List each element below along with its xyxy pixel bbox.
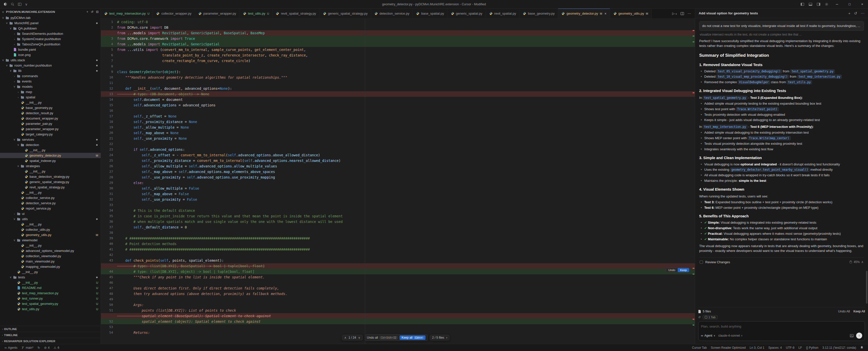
- code-line[interactable]: 36 # when multiple spatials match and us…: [101, 219, 695, 224]
- tree-item-target_category.py[interactable]: target_category.py: [0, 132, 101, 137]
- tree-item-spatial[interactable]: ›spatial: [0, 95, 101, 100]
- code-line[interactable]: 19 self._allow_multiple = None: [101, 125, 695, 130]
- next-diff-button[interactable]: ∨: [358, 336, 360, 340]
- close-button[interactable]: ×: [857, 0, 868, 8]
- status-3-12-11-test212-conda-[interactable]: 3.12.11 ('test212': conda): [820, 344, 858, 351]
- refresh-icon[interactable]: ↺: [91, 10, 93, 13]
- tab-geometry_detector.py[interactable]: geometry_detector.pyM×: [558, 8, 610, 19]
- tab-collector_wrapper.py[interactable]: collector_wrapper.py: [153, 8, 195, 19]
- tree-item-base_geometry.py[interactable]: base_geometry.py: [0, 105, 101, 110]
- tree-item-room_number.pushbutton[interactable]: ∨room_number.pushbutton: [0, 63, 101, 68]
- chevron-down-icon[interactable]: ∨: [25, 2, 28, 6]
- tree-item-ui[interactable]: ›ui: [0, 211, 101, 216]
- search-icon[interactable]: [11, 2, 14, 6]
- undo-all-files-button[interactable]: Undo All: [838, 310, 850, 313]
- tree-item-models[interactable]: ∨models: [0, 84, 101, 89]
- tree-item-QA.pulldown[interactable]: ∨QA.pulldown: [0, 26, 101, 31]
- tab-test_mep_intersection.py[interactable]: test_mep_intersection.pyU: [101, 8, 153, 19]
- code-line[interactable]: 49: [101, 296, 695, 302]
- tab-revit_spatial.py[interactable]: revit_spatial.py: [486, 8, 520, 19]
- tree-item-geometry_detector.py[interactable]: geometry_detector.pyM: [0, 153, 101, 158]
- chat-history-icon[interactable]: ↺: [854, 11, 857, 15]
- code-line[interactable]: 28 self._use_proximity = self.advanced_o…: [101, 174, 695, 180]
- chat-messages[interactable]: do not creat a new test for only visuali…: [695, 18, 868, 305]
- status-cursor-tab[interactable]: Cursor Tab: [690, 344, 709, 351]
- code-line[interactable]: 12 def __init__(self, document, advanced…: [101, 86, 695, 91]
- tree-item-test_utils.py[interactable]: test_utils.pyU: [0, 307, 101, 312]
- code-line[interactable]: 47 Uses direct detection first. Only if …: [101, 285, 695, 291]
- tree-item-base_detection_strategy.py[interactable]: base_detection_strategy.py: [0, 174, 101, 179]
- code-line[interactable]: 9class GeometryDetector(object):: [101, 69, 695, 75]
- code-line[interactable]: 5from ...utils import (convert_mm_to_int…: [101, 47, 695, 53]
- tree-item-TabooZoneQA.pushbutton[interactable]: ›TabooZoneQA.pushbutton: [0, 42, 101, 47]
- tree-item-collector_service.py[interactable]: collector_service.py: [0, 195, 101, 200]
- status-utf-8[interactable]: UTF-8: [784, 344, 796, 351]
- status-screen-reader-optimized[interactable]: Screen Reader Optimized: [709, 344, 748, 351]
- tree-item-services[interactable]: ∨services: [0, 137, 101, 142]
- tab-test_utils.py[interactable]: test_utils.pyU: [240, 8, 273, 19]
- toggle-sidebar-icon[interactable]: [799, 2, 806, 6]
- tab-geometry_utils.py[interactable]: geometry_utils.pyM: [610, 8, 652, 19]
- tree-item-test_runner.py[interactable]: test_runner.pyU: [0, 296, 101, 301]
- code-line[interactable]: 34 # This is the default distance: [101, 208, 695, 213]
- status-warn[interactable]: ⚠6: [52, 344, 61, 351]
- tree-item-collector_utils.py[interactable]: collector_utils.py: [0, 227, 101, 232]
- files-progress-pill[interactable]: 2 / 5 files ›: [430, 335, 450, 341]
- tree-item-__init__.py[interactable]: __init__.py: [0, 243, 101, 248]
- code-line[interactable]: 52 spatial_element (object): Spatial ele…: [101, 319, 695, 324]
- code-line[interactable]: 45 """Check if any point in the list is …: [101, 274, 695, 280]
- chevron-up-icon[interactable]: ∧: [861, 260, 864, 264]
- code-line[interactable]: 23 if self.advanced_options:: [101, 147, 695, 152]
- code-line[interactable]: 48 then try advanced options (above dete…: [101, 291, 695, 296]
- tree-item-generic_spatial_strategy.py[interactable]: generic_spatial_strategy.py: [0, 179, 101, 185]
- status-spaces-4[interactable]: Spaces: 4: [766, 344, 784, 351]
- tree-item-__init__.py[interactable]: __init__.pyU: [0, 280, 101, 285]
- tab-revit_spatial_strategy.py[interactable]: revit_spatial_strategy.py: [273, 8, 319, 19]
- tree-item-__init__.py[interactable]: __init__.py: [0, 269, 101, 275]
- tree-item-lib[interactable]: ∨lib: [0, 68, 101, 73]
- status-ln-3-col-1[interactable]: Ln 3, Col 1: [748, 344, 766, 351]
- context-tab-chip[interactable]: 1 Tab: [703, 315, 718, 319]
- code-line[interactable]: 8: [101, 64, 695, 69]
- tree-item-mep[interactable]: ›mep: [0, 89, 101, 95]
- status--python[interactable]: {} Python: [804, 344, 820, 351]
- code-line[interactable]: 16: [101, 108, 695, 114]
- code-line[interactable]: 33: [101, 202, 695, 208]
- tab-base_spatial.py[interactable]: base_spatial.py: [413, 8, 447, 19]
- code-line[interactable]: 6 translate_point_by_z, create_reference…: [101, 53, 695, 58]
- sidebar-section-resharper-solution-explorer[interactable]: ›RESHARPER SOLUTION EXPLORER: [0, 338, 101, 344]
- chat-scrollbar[interactable]: [866, 271, 868, 304]
- chat-more-icon[interactable]: ⋯: [861, 11, 865, 15]
- tree-item-mapping_viewmodel.py[interactable]: mapping_viewmodel.py: [0, 264, 101, 269]
- undo-all-button[interactable]: Undo all Ctrl+Shift+⌫: [367, 336, 397, 340]
- tree-item-README.md[interactable]: README.mdU: [0, 285, 101, 290]
- keep-all-files-button[interactable]: Keep All: [854, 310, 865, 313]
- code-line[interactable]: 50 Args:: [101, 302, 695, 308]
- new-file-icon[interactable]: +: [87, 10, 88, 13]
- tree-item-events[interactable]: ›events: [0, 79, 101, 84]
- tab-parameter_wrapper.py[interactable]: parameter_wrapper.py: [195, 8, 240, 19]
- tree-item-utils.stack[interactable]: ∨utils.stack: [0, 58, 101, 63]
- review-changes-checkbox[interactable]: [700, 260, 703, 264]
- code-line[interactable]: 20 self._map_above = None: [101, 130, 695, 136]
- code-line[interactable]: 35 # in case is_point_inside true return…: [101, 213, 695, 219]
- toggle-panel-icon[interactable]: [807, 2, 814, 6]
- code-line[interactable]: 38: [101, 230, 695, 235]
- more-actions-icon[interactable]: ⋯: [688, 11, 691, 15]
- tree-item-__init__.py[interactable]: __init__.py: [0, 169, 101, 174]
- sidebar-section-outline[interactable]: ›OUTLINE: [0, 326, 101, 332]
- tree-item-detection_service.py[interactable]: detection_service.py: [0, 200, 101, 206]
- tree-item-detection_result.py[interactable]: detection_result.py: [0, 110, 101, 116]
- overview-ruler[interactable]: [692, 19, 695, 344]
- tree-item-__init__.py[interactable]: __init__.py: [0, 148, 101, 153]
- code-line[interactable]: 18 self._proximity_distance = None: [101, 119, 695, 125]
- model-selector[interactable]: claude-4-sonnet ∨: [718, 334, 743, 338]
- code-line[interactable]: 41 # ###################################…: [101, 247, 695, 252]
- tree-item-detection[interactable]: ∨detection: [0, 142, 101, 148]
- split-editor-icon[interactable]: [681, 12, 684, 15]
- code-line[interactable]: 43 def check_points(self, points, spatia…: [101, 258, 695, 263]
- code-line[interactable]: 25 self._proximity_distance = convert_mm…: [101, 158, 695, 163]
- keep-all-button[interactable]: Keep all Ctrl+↵: [399, 336, 426, 340]
- agent-mode-selector[interactable]: ∞ Agent ∨: [701, 334, 715, 338]
- bell-icon[interactable]: [858, 344, 866, 351]
